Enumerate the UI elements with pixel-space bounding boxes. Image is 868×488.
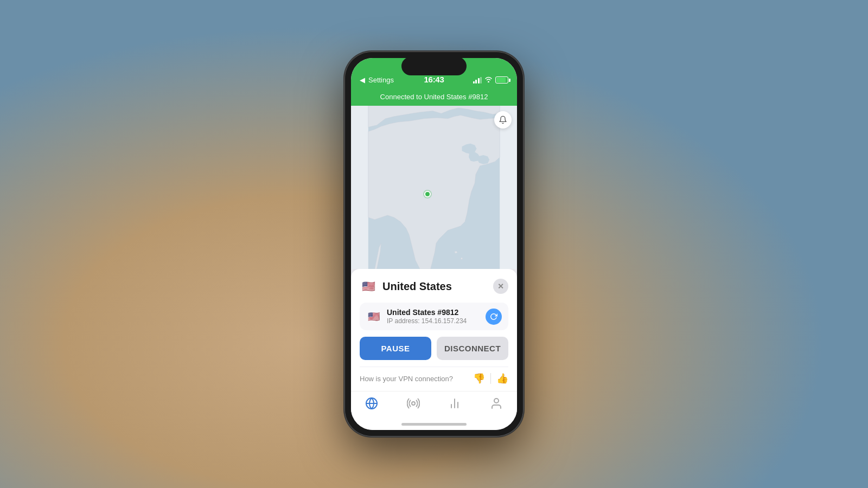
stats-tab-icon [448, 397, 461, 410]
back-label[interactable]: Settings [368, 76, 394, 84]
status-time: 16:43 [424, 75, 444, 84]
tab-stats[interactable] [434, 395, 476, 412]
dynamic-island [401, 57, 467, 75]
wifi-icon [484, 76, 493, 84]
location-dot [424, 191, 431, 197]
back-arrow-icon: ◀ [360, 76, 365, 84]
feedback-divider [490, 373, 491, 384]
scene: ◀ Settings 16:43 [0, 0, 868, 488]
server-row: 🇺🇸 United States #9812 IP address: 154.1… [360, 303, 508, 330]
home-indicator [351, 421, 517, 430]
server-name: United States #9812 [387, 308, 467, 317]
feedback-buttons: 👎 👍 [473, 373, 508, 384]
country-header: 🇺🇸 United States ✕ [360, 278, 508, 295]
notification-button[interactable] [494, 111, 512, 129]
pause-button[interactable]: PAUSE [360, 337, 431, 360]
map-tab-icon [365, 397, 378, 410]
signal-bar-2 [475, 80, 477, 84]
screen: ◀ Settings 16:43 [351, 58, 517, 430]
server-flag: 🇺🇸 [366, 309, 381, 324]
status-left: ◀ Settings [360, 76, 473, 84]
svg-point-7 [494, 399, 499, 403]
country-info: 🇺🇸 United States [360, 278, 452, 295]
map-svg [351, 106, 517, 269]
tab-map[interactable] [351, 395, 393, 412]
status-right [473, 76, 509, 84]
feedback-row: How is your VPN connection? 👎 👍 [360, 367, 508, 391]
country-name: United States [382, 280, 452, 293]
map-container [351, 106, 517, 269]
servers-tab-icon [407, 397, 420, 410]
signal-icon [473, 77, 482, 84]
connection-banner: Connected to United States #9812 [351, 87, 517, 106]
battery-icon [495, 76, 508, 84]
battery-fill [496, 78, 506, 82]
feedback-question: How is your VPN connection? [360, 375, 453, 383]
svg-point-3 [412, 402, 415, 405]
connection-banner-text: Connected to United States #9812 [380, 93, 488, 101]
tab-servers[interactable] [393, 395, 435, 412]
signal-bar-3 [478, 78, 480, 84]
thumbs-down-button[interactable]: 👎 [473, 373, 485, 384]
home-bar [401, 423, 467, 426]
account-tab-icon [490, 397, 503, 410]
server-details: United States #9812 IP address: 154.16.1… [387, 308, 467, 325]
close-button[interactable]: ✕ [493, 279, 508, 294]
signal-bar-4 [480, 77, 482, 84]
disconnect-button[interactable]: DISCONNECT [437, 337, 508, 360]
action-buttons: PAUSE DISCONNECT [360, 337, 508, 360]
signal-bar-1 [473, 81, 475, 84]
country-flag: 🇺🇸 [360, 278, 377, 295]
thumbs-up-button[interactable]: 👍 [496, 373, 508, 384]
tab-bar [351, 391, 517, 421]
server-info: 🇺🇸 United States #9812 IP address: 154.1… [366, 308, 467, 325]
phone-frame: ◀ Settings 16:43 [344, 52, 524, 436]
refresh-button[interactable] [486, 309, 502, 325]
tab-account[interactable] [476, 395, 518, 412]
server-ip: IP address: 154.16.157.234 [387, 317, 467, 325]
bottom-panel: 🇺🇸 United States ✕ 🇺🇸 United States #981… [351, 269, 517, 391]
